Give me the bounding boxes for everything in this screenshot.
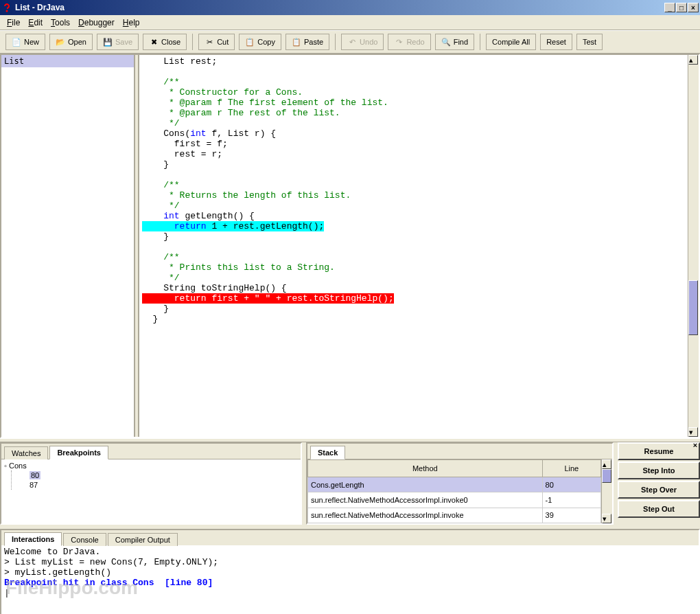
file-list-item[interactable]: List	[1, 55, 134, 67]
reset-button[interactable]: Reset	[540, 34, 572, 50]
find-icon: 🔍	[441, 37, 451, 47]
file-list[interactable]: List	[1, 55, 135, 437]
menu-edit[interactable]: Edit	[24, 16, 47, 29]
tab-compiler-output[interactable]: Compiler Output	[108, 533, 178, 546]
close-file-icon: ✖	[149, 37, 159, 47]
titlebar: List - DrJava _ □ ×	[0, 0, 700, 15]
maximize-button[interactable]: □	[676, 3, 687, 12]
menu-debugger[interactable]: Debugger	[74, 16, 119, 29]
tab-watches[interactable]: Watches	[4, 446, 48, 459]
breakpoints-panel: Watches Breakpoints ◦ Cons 80 87	[0, 442, 302, 525]
breakpoint-item[interactable]: 80	[30, 470, 298, 480]
debug-close-icon[interactable]: ×	[690, 441, 700, 451]
redo-button[interactable]: ↷Redo	[388, 34, 430, 50]
stack-header-line[interactable]: Line	[542, 460, 600, 477]
test-button[interactable]: Test	[576, 34, 603, 50]
undo-icon: ↶	[347, 37, 357, 47]
close-file-button[interactable]: ✖Close	[143, 34, 187, 50]
app-icon	[1, 2, 12, 13]
menu-help[interactable]: Help	[119, 16, 144, 29]
breakpoint-item[interactable]: 87	[30, 480, 298, 490]
cut-icon: ✂	[205, 37, 214, 47]
stack-row[interactable]: sun.reflect.NativeMethodAccessorImpl.inv…	[308, 492, 601, 508]
breakpoints-tree[interactable]: ◦ Cons 80 87	[1, 459, 301, 523]
editor-scrollbar[interactable]: ▴ ▾	[688, 55, 699, 437]
scroll-down-button[interactable]: ▾	[688, 427, 698, 437]
scroll-up-button[interactable]: ▴	[688, 55, 698, 65]
minimize-button[interactable]: _	[664, 3, 675, 12]
close-button[interactable]: ×	[688, 3, 699, 12]
tree-node-root[interactable]: ◦ Cons	[4, 461, 298, 470]
debug-controls: × Resume Step Into Step Over Step Out	[618, 442, 700, 525]
cut-button[interactable]: ✂Cut	[198, 34, 235, 50]
redo-icon: ↷	[394, 37, 404, 47]
step-out-button[interactable]: Step Out	[618, 500, 700, 518]
open-button[interactable]: 📂Open	[49, 34, 93, 50]
save-icon: 💾	[103, 37, 113, 47]
new-button[interactable]: 📄New	[5, 34, 45, 50]
tab-console[interactable]: Console	[63, 533, 106, 546]
svg-point-0	[6, 10, 8, 12]
stack-row[interactable]: sun.reflect.NativeMethodAccessorImpl.inv…	[308, 508, 601, 523]
tab-interactions[interactable]: Interactions	[4, 532, 62, 546]
copy-icon: 📋	[245, 37, 255, 47]
scroll-thumb[interactable]	[688, 280, 698, 335]
stack-table: MethodLine Cons.getLength80 sun.reflect.…	[307, 459, 601, 523]
menu-tools[interactable]: Tools	[47, 16, 74, 29]
paste-button[interactable]: 📋Paste	[285, 34, 329, 50]
debug-panels: Watches Breakpoints ◦ Cons 80 87 Stack M…	[0, 442, 700, 525]
interactions-panel: Interactions Console Compiler Output Wel…	[0, 529, 700, 614]
step-into-button[interactable]: Step Into	[618, 462, 700, 479]
main-area: List List rest; /** * Constructor for a …	[0, 54, 700, 438]
window-title: List - DrJava	[15, 3, 664, 12]
stack-row[interactable]: Cons.getLength80	[308, 477, 601, 492]
paste-icon: 📋	[292, 37, 301, 47]
stack-panel: Stack MethodLine Cons.getLength80 sun.re…	[306, 442, 614, 525]
step-over-button[interactable]: Step Over	[618, 481, 700, 499]
compile-button[interactable]: Compile All	[486, 34, 536, 50]
undo-button[interactable]: ↶Undo	[341, 34, 384, 50]
tab-stack[interactable]: Stack	[310, 446, 345, 459]
resume-button[interactable]: Resume	[618, 442, 700, 460]
stack-header-method[interactable]: Method	[308, 460, 543, 477]
find-button[interactable]: 🔍Find	[435, 34, 474, 50]
menu-file[interactable]: File	[3, 16, 24, 29]
interactions-console[interactable]: Welcome to DrJava. > List myList = new C…	[1, 545, 699, 614]
stack-scrollbar[interactable]: ▴ ▾	[601, 459, 612, 523]
toolbar: 📄New 📂Open 💾Save ✖Close ✂Cut 📋Copy 📋Past…	[0, 30, 700, 54]
new-icon: 📄	[12, 37, 21, 47]
save-button[interactable]: 💾Save	[97, 34, 139, 50]
copy-button[interactable]: 📋Copy	[239, 34, 281, 50]
menubar: File Edit Tools Debugger Help	[0, 15, 700, 30]
code-editor[interactable]: List rest; /** * Constructor for a Cons.…	[139, 55, 688, 437]
tab-breakpoints[interactable]: Breakpoints	[49, 446, 108, 459]
open-icon: 📂	[56, 37, 65, 47]
